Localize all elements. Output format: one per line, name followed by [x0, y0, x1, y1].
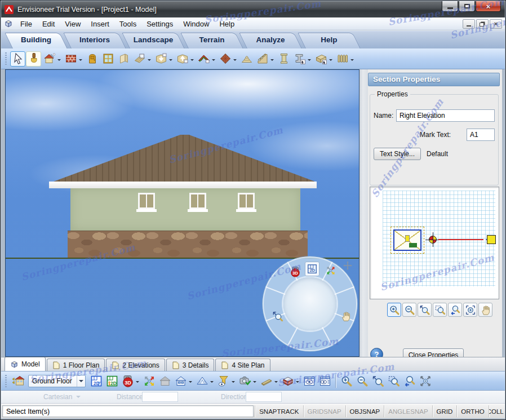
section-preview[interactable]: Soringperepair.Com — [370, 187, 499, 299]
roof-display-button[interactable] — [194, 373, 210, 388]
2d-plan-view-button[interactable]: 2D — [104, 373, 119, 388]
preview-zoom-extents-button[interactable] — [418, 303, 432, 317]
dropdown-arrow[interactable] — [57, 59, 61, 63]
wheel-zoom-extents-button[interactable] — [272, 311, 283, 322]
toggle-anglesnap[interactable]: ANGLESNAP — [384, 405, 432, 417]
toggle-grid[interactable]: GRID — [432, 405, 457, 417]
tab-model[interactable]: Model — [5, 357, 46, 371]
dropdown-arrow[interactable] — [79, 59, 82, 63]
zoom-extents-button[interactable] — [370, 373, 385, 388]
tab-analyze[interactable]: Analyze — [241, 31, 300, 48]
roof-tool-button[interactable] — [196, 51, 211, 67]
tab-site-plan[interactable]: 4 Site Plan — [215, 359, 270, 371]
dropdown-arrow[interactable] — [270, 59, 274, 63]
zoom-out-button[interactable] — [354, 373, 370, 388]
dropdown-arrow[interactable] — [308, 59, 311, 63]
dropdown-arrow[interactable] — [136, 381, 139, 384]
tab-details[interactable]: 3 Details — [166, 359, 215, 371]
build-house-button[interactable] — [42, 51, 57, 67]
paint-materials-button[interactable] — [26, 51, 41, 67]
menu-insert[interactable]: Insert — [86, 19, 114, 29]
slab-tool-button[interactable] — [239, 51, 254, 67]
zoom-previous-button[interactable] — [402, 373, 417, 388]
minimize-button[interactable] — [442, 1, 458, 12]
mdi-restore-button[interactable] — [476, 19, 489, 29]
toolbar-grip[interactable] — [5, 375, 7, 387]
wheel-2d-view-button[interactable]: 2D — [305, 262, 319, 276]
dropdown-arrow[interactable] — [274, 381, 278, 384]
coordinate-mode-dropdown[interactable]: Cartesian — [43, 393, 72, 401]
mark-text-input[interactable] — [467, 129, 495, 141]
preview-zoom-selected-button[interactable] — [463, 303, 477, 317]
close-button[interactable]: × — [476, 1, 501, 12]
menu-window[interactable]: Window — [178, 19, 214, 29]
menu-view[interactable]: View — [60, 19, 86, 29]
beam-tool-button[interactable] — [292, 51, 307, 67]
toolbar-grip[interactable] — [5, 52, 7, 65]
view-properties-button[interactable] — [301, 373, 317, 388]
wheel-sync-views-button[interactable] — [326, 266, 336, 276]
toggle-ortho[interactable]: ORTHO — [456, 405, 488, 417]
mdi-close-button[interactable]: × — [490, 19, 502, 29]
dropdown-arrow[interactable] — [233, 59, 237, 63]
dropdown-arrow[interactable] — [210, 381, 214, 384]
footing-tool-button[interactable] — [313, 51, 329, 67]
name-input[interactable] — [396, 109, 495, 122]
3d-view-button[interactable]: 3D — [120, 373, 135, 388]
2d-view-button[interactable]: 2D — [88, 373, 104, 388]
direction-input[interactable] — [246, 392, 282, 402]
sync-views-button[interactable] — [141, 373, 157, 388]
wheel-center-sphere[interactable] — [283, 277, 336, 330]
mdi-minimize-button[interactable] — [463, 19, 475, 29]
preview-zoom-out-button[interactable] — [402, 303, 416, 317]
wheel-3d-view-button[interactable]: 3D — [290, 266, 301, 277]
maximize-button[interactable] — [459, 1, 475, 12]
dropdown-arrow[interactable] — [253, 381, 256, 384]
preview-pan-button[interactable] — [478, 303, 492, 317]
dropdown-arrow[interactable] — [232, 381, 235, 384]
visibility-filter-button[interactable] — [216, 373, 231, 388]
wall-tool-button[interactable] — [63, 51, 78, 67]
zoom-window-button[interactable] — [386, 373, 401, 388]
wheel-pan-hand-button[interactable] — [340, 311, 352, 322]
select-tool-button[interactable] — [10, 51, 25, 67]
wall-opening-button[interactable] — [116, 51, 131, 67]
menu-edit[interactable]: Edit — [37, 19, 60, 29]
menu-help[interactable]: Help — [214, 19, 239, 29]
tab-interiors[interactable]: Interiors — [65, 31, 124, 48]
floor-selector-button[interactable] — [10, 373, 25, 388]
shaded-house-button[interactable] — [157, 373, 172, 388]
dropdown-arrow[interactable] — [169, 59, 172, 63]
door-tool-button[interactable] — [85, 51, 100, 67]
menu-settings[interactable]: Settings — [141, 19, 178, 29]
dropdown-arrow[interactable] — [189, 381, 192, 384]
skylight-button[interactable] — [132, 51, 147, 67]
render-camera-button[interactable] — [237, 373, 252, 388]
ceiling-tool-button[interactable] — [175, 51, 190, 67]
view-list-button[interactable] — [317, 373, 332, 388]
zoom-in-button[interactable] — [339, 373, 354, 388]
dropdown-arrow[interactable] — [190, 59, 194, 63]
menu-file[interactable]: File — [15, 19, 37, 29]
tab-building[interactable]: Building — [7, 31, 65, 48]
tab-elevations[interactable]: 2 Elevations — [106, 359, 165, 371]
menu-tools[interactable]: Tools — [114, 19, 141, 29]
dropdown-arrow[interactable] — [148, 59, 151, 63]
roof-covering-button[interactable] — [218, 51, 233, 67]
toggle-objsnap[interactable]: OBJSNAP — [345, 405, 384, 417]
preview-zoom-window-button[interactable] — [433, 303, 447, 317]
toggle-gridsnap[interactable]: GRIDSNAP — [303, 405, 345, 417]
slab-display-button[interactable] — [259, 373, 274, 388]
tab-terrain[interactable]: Terrain — [183, 31, 241, 48]
brick-display-button[interactable] — [280, 373, 295, 388]
text-style-button[interactable]: Text Style... — [374, 148, 421, 160]
floor-tool-button[interactable] — [153, 51, 168, 67]
preview-zoom-previous-button[interactable] — [448, 303, 462, 317]
wireframe-house-button[interactable] — [173, 373, 188, 388]
combo-arrow[interactable] — [77, 375, 85, 387]
floor-select-combobox[interactable]: Ground Floor — [28, 375, 86, 387]
tab-help[interactable]: Help — [300, 31, 358, 48]
tab-floor-plan[interactable]: 1 Floor Plan — [47, 359, 105, 371]
zoom-all-button[interactable] — [418, 373, 433, 388]
wheel-pan-mode-button[interactable] — [343, 260, 353, 271]
